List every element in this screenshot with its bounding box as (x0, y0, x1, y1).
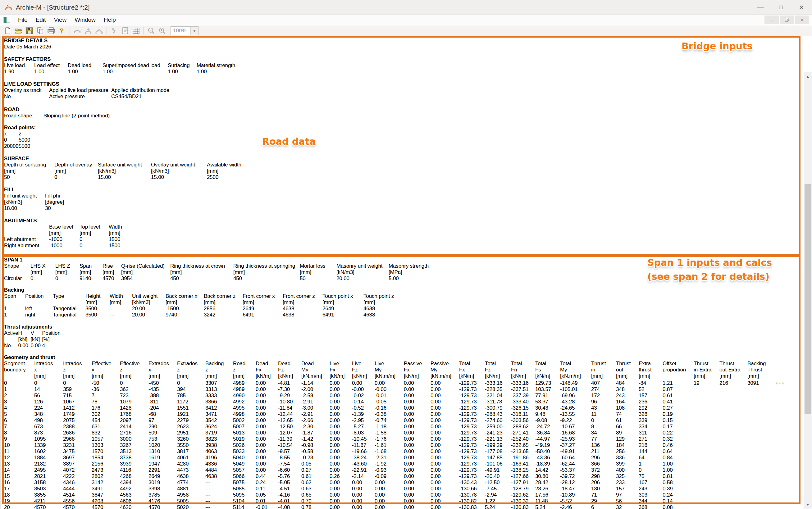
table-cell: -49.91 (485, 467, 511, 473)
table-cell: 673 (34, 423, 63, 430)
table-icon[interactable] (131, 26, 141, 35)
geometry-thrust-table: SegmentIntradosIntradosEffectiveEffectiv… (4, 361, 800, 509)
scroll-up-icon[interactable]: ▲ (804, 72, 812, 80)
table-cell: 1 (4, 306, 25, 312)
table-cell: 71 (591, 492, 616, 498)
table-cell: 1854 (92, 455, 120, 461)
table-cell: 224 (34, 405, 63, 411)
table-cell: LHS Z (55, 263, 79, 269)
table-cell: 4570 (92, 504, 120, 509)
document-area[interactable]: BRIDGE DETAILS Date05 March 2026 SAFETY … (0, 36, 812, 509)
table-cell: Span (4, 293, 25, 299)
table-cell (775, 367, 800, 373)
table-cell: -5.52 (560, 498, 591, 504)
report-icon[interactable] (120, 26, 130, 35)
table-cell: 50 (300, 275, 336, 282)
table-cell: -129.73 (459, 461, 485, 467)
table-cell: -50.40 (535, 448, 560, 455)
table-cell (775, 498, 800, 504)
abutments-table: Base levelTop levelWidth[mm][mm][mm]Left… (4, 224, 146, 249)
table-cell: -0.09 (375, 473, 404, 479)
table-cell (693, 411, 719, 417)
table-cell: 0.00 (375, 486, 404, 492)
open-icon[interactable] (14, 26, 24, 35)
table-cell: 3471 (205, 411, 233, 417)
mdi-restore-icon[interactable] (780, 15, 794, 24)
menu-edit[interactable]: Edit (32, 15, 50, 25)
table-cell: 0.00 (431, 405, 459, 411)
save-icon[interactable] (25, 26, 34, 35)
table-cell: 394 (177, 386, 205, 393)
document-window-icon[interactable] (3, 17, 10, 23)
table-cell: 0.00 (431, 498, 459, 504)
menu-view[interactable]: View (50, 15, 70, 25)
table-cell: -130.83 (459, 504, 485, 509)
chevron-down-icon[interactable]: ▼ (191, 27, 198, 35)
maximize-icon[interactable]: □ (771, 0, 791, 14)
menu-help[interactable]: Help (100, 15, 120, 25)
new-document-icon[interactable] (3, 26, 13, 35)
table-cell: 0.00 (431, 486, 459, 492)
arch-load-icon (72, 26, 82, 35)
copy-icon[interactable] (35, 26, 45, 35)
table-cell: H (18, 330, 30, 336)
scroll-down-icon[interactable]: ▼ (804, 501, 812, 509)
table-cell: Surfacing (168, 62, 197, 69)
table-cell: 0.19 (663, 411, 693, 417)
table-row: [mm][mm][mm][mm][mm][mm][mm][mm][kN/m][k… (4, 373, 800, 379)
table-cell: 1.90 (4, 69, 34, 75)
table-cell: 2 (4, 393, 34, 399)
table-cell: 216 (719, 379, 747, 386)
table-row: [kN/m3][degree] (4, 199, 89, 205)
table-row: [mm][mm][kN/m3][kN/m3][mm] (4, 168, 269, 174)
table-cell: 172 (591, 393, 616, 399)
table-cell: 1412 (63, 405, 92, 411)
table-cell: -68 (148, 411, 177, 417)
table-cell: 20 (4, 504, 34, 509)
table-cell: -130.66 (459, 486, 485, 492)
print-icon[interactable] (46, 26, 56, 35)
table-cell (775, 467, 800, 473)
table-cell: Passive (404, 361, 431, 367)
table-cell (775, 473, 800, 479)
table-cell: 2686 (63, 430, 92, 436)
mdi-close-icon[interactable]: × (795, 15, 809, 24)
scrollbar-thumb[interactable] (805, 184, 811, 414)
table-cell: 4196 (205, 455, 233, 461)
table-cell: 4444 (63, 486, 92, 492)
table-cell: 211 (591, 448, 616, 455)
close-icon[interactable]: × (791, 0, 812, 14)
table-cell: 14 (34, 386, 63, 393)
table-row: 17350344443491449233984881---50850.11-4.… (4, 486, 800, 492)
table-cell: 18.00 (4, 205, 45, 211)
mdi-window-controls: – × (765, 15, 812, 24)
table-cell: -130.82 (459, 498, 485, 504)
table-cell: Rise (102, 263, 121, 269)
table-cell: 0.00 (431, 417, 459, 423)
table-cell: -62.44 (560, 461, 591, 467)
table-cell: [mm] (616, 373, 639, 379)
table-cell: -129.73 (459, 473, 485, 479)
zoom-select[interactable]: 100% ▼ (171, 26, 199, 35)
mdi-minimize-icon[interactable]: – (765, 15, 779, 24)
menu-file[interactable]: File (14, 15, 32, 25)
table-cell: [mm] (243, 299, 283, 306)
table-cell: 0.24 (256, 479, 278, 486)
table-cell: Passive (431, 361, 459, 367)
vertical-scrollbar[interactable]: ▲ ▼ (804, 72, 812, 509)
table-cell: Backing (205, 361, 233, 367)
table-cell: [kN/m] (330, 373, 352, 379)
table-cell: [mm] (591, 373, 616, 379)
table-cell: 0.00 (404, 473, 431, 479)
menu-window[interactable]: Window (70, 15, 100, 25)
minimize-icon[interactable]: — (750, 0, 771, 14)
table-cell: 61 (616, 417, 639, 423)
table-cell: 334 (639, 423, 663, 430)
help-icon[interactable]: ? (57, 26, 67, 35)
table-cell: -148.49 (560, 379, 591, 386)
table-cell: 17.56 (535, 492, 560, 498)
table-cell: 0.00 (330, 448, 352, 455)
table-cell: 0 (639, 467, 663, 473)
table-cell: 4774 (177, 479, 205, 486)
table-cell: 30.43 (535, 405, 560, 411)
